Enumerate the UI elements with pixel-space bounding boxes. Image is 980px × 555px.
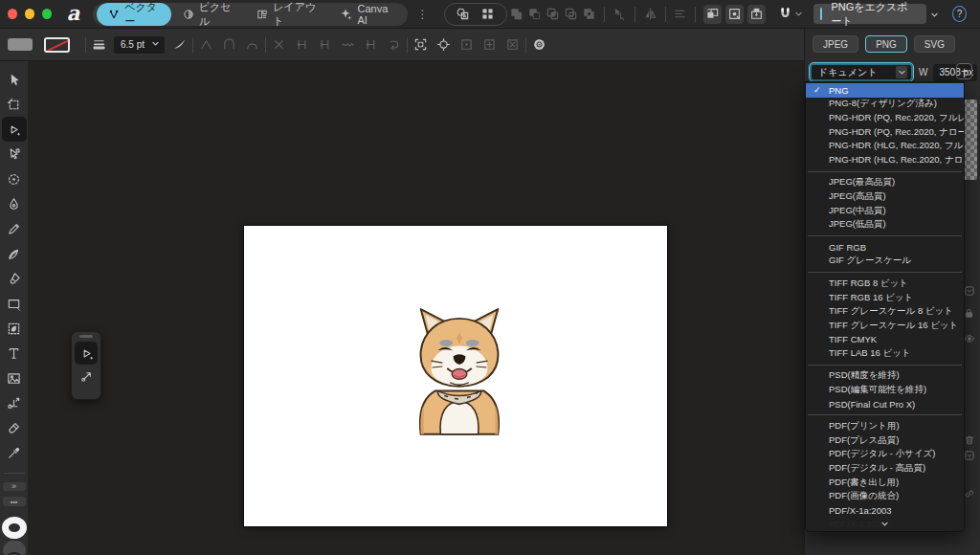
format-option[interactable]: JPEG(低品質) — [806, 217, 964, 232]
arrow-node-tool-floating[interactable] — [75, 365, 98, 388]
help-button[interactable]: ? — [952, 6, 967, 22]
format-option[interactable]: PDF(プレス品質) — [806, 433, 964, 448]
format-option[interactable]: GIF グレースケール — [806, 255, 964, 269]
palette-drag-handle[interactable] — [79, 335, 93, 338]
link-icon[interactable] — [964, 488, 975, 500]
flip-button[interactable] — [641, 5, 659, 24]
insert-inside-button[interactable] — [725, 5, 744, 24]
shiba-dog-illustration[interactable] — [403, 300, 516, 436]
format-option[interactable]: TIFF RGB 16 ビット — [806, 291, 964, 305]
break-curve-icon[interactable] — [272, 37, 286, 52]
join-curves-icon[interactable] — [318, 37, 332, 52]
format-option[interactable]: ✓PNG — [806, 83, 964, 98]
node-play-tool-floating[interactable] — [75, 342, 98, 365]
format-option[interactable]: JPEG(高品質) — [806, 189, 964, 204]
format-option[interactable]: PNG-HDR (HLG, Rec.2020, ナローレンジ) — [806, 153, 964, 167]
persona-tab-canva-ai[interactable]: Canva AI — [328, 3, 403, 26]
snapping-options-chevron[interactable] — [794, 5, 804, 24]
insert-on-top-button[interactable] — [747, 5, 766, 24]
color-picker-tool[interactable] — [2, 440, 27, 465]
settings-gear-icon[interactable] — [532, 37, 546, 52]
scroll-more-indicator[interactable] — [806, 518, 964, 530]
format-option[interactable]: JPEG(中品質) — [806, 204, 964, 218]
align-button[interactable] — [671, 5, 689, 24]
format-option[interactable]: PDF(書き出し用) — [806, 476, 964, 490]
format-option[interactable]: PDF(デジタル - 高品質) — [806, 461, 964, 476]
vector-brush-tool[interactable] — [2, 241, 27, 266]
format-option[interactable]: TIFF グレースケール 16 ビット — [806, 319, 964, 333]
format-option[interactable]: TIFF RGB 8 ビット — [806, 277, 964, 291]
smooth-corner-icon[interactable] — [222, 37, 236, 52]
collapse-section-icon[interactable] — [964, 450, 975, 461]
format-option[interactable]: PSD(精度を維持) — [806, 369, 964, 384]
node-play-tool[interactable] — [2, 117, 27, 142]
select-same-button[interactable] — [611, 5, 629, 24]
format-option[interactable]: GIF RGB — [806, 240, 964, 255]
collapse-section-icon[interactable] — [964, 285, 975, 297]
boolean-add-button[interactable] — [507, 5, 525, 24]
more-menu-icon[interactable]: ⋮ — [417, 10, 429, 19]
format-option[interactable]: PDF(プリント用) — [806, 419, 964, 433]
revert-curve-icon[interactable] — [387, 37, 401, 52]
format-option[interactable]: PDF(デジタル - 小サイズ) — [806, 448, 964, 462]
stroke-color-selector[interactable] — [2, 517, 27, 539]
cycle-origin-icon[interactable] — [459, 37, 474, 52]
transform-tool[interactable] — [2, 390, 27, 415]
stroke-color-swatch[interactable] — [44, 37, 70, 53]
fill-color-selector[interactable] — [3, 541, 26, 555]
insert-behind-button[interactable] — [703, 5, 722, 24]
close-curve-icon[interactable] — [295, 37, 309, 52]
export-options-chevron[interactable] — [930, 6, 939, 23]
floating-tool-palette[interactable] — [71, 331, 101, 400]
minimize-window-button[interactable] — [25, 9, 34, 19]
trash-icon[interactable] — [964, 434, 975, 446]
move-tool[interactable] — [2, 67, 27, 92]
boolean-divide-button[interactable] — [562, 5, 580, 24]
snapping-button[interactable] — [775, 5, 793, 24]
point-transform-tool[interactable] — [2, 166, 27, 191]
export-area-select[interactable]: ドキュメント — [810, 63, 913, 81]
shape-tool[interactable] — [2, 316, 27, 341]
persona-tab-layout[interactable]: レイアウト — [245, 3, 328, 26]
hide-selection-icon[interactable] — [505, 37, 520, 52]
boolean-subtract-button[interactable] — [525, 5, 544, 24]
persona-tab-pixel[interactable]: ピクセル — [171, 3, 246, 26]
format-option[interactable]: PDF/X-1a:2003 — [806, 503, 964, 518]
format-option[interactable]: PDF(画像の統合) — [806, 489, 964, 503]
format-option[interactable]: PNG-HDR (PQ, Rec.2020, ナローレンジ) — [806, 125, 964, 140]
format-option[interactable]: PNG-HDR (HLG, Rec.2020, フルレンジ) — [806, 139, 964, 153]
close-window-button[interactable] — [8, 9, 17, 19]
format-option[interactable]: PNG-HDR (PQ, Rec.2020, フルレンジ) — [806, 111, 964, 125]
sharp-corner-icon[interactable] — [199, 37, 213, 52]
format-tab-svg[interactable]: SVG — [914, 35, 955, 53]
export-button[interactable]: PNGをエクスポート — [813, 4, 926, 24]
fill-color-swatch[interactable] — [8, 38, 33, 51]
boolean-combine-button[interactable] — [580, 5, 598, 24]
rounded-corner-icon[interactable] — [245, 37, 259, 52]
more-tools-button[interactable]: ••• — [3, 497, 26, 506]
smooth-curve-icon[interactable] — [341, 37, 355, 52]
pencil-tool[interactable] — [2, 216, 27, 241]
format-option[interactable]: PSD(Final Cut Pro X) — [806, 397, 964, 411]
eraser-tool[interactable] — [2, 415, 27, 440]
eye-icon[interactable] — [964, 333, 975, 344]
show-alignment-icon[interactable] — [482, 37, 497, 52]
text-tool[interactable] — [2, 341, 27, 366]
zoom-window-button[interactable] — [42, 9, 52, 19]
format-tab-jpeg[interactable]: JPEG — [813, 35, 858, 53]
assets-grid-button[interactable] — [478, 5, 499, 24]
node-select-tool[interactable] — [2, 142, 27, 166]
image-place-tool[interactable] — [2, 366, 27, 390]
format-option[interactable]: PNG-8(ディザリング済み) — [806, 98, 964, 112]
stroke-width-field[interactable]: 6.5 pt — [114, 36, 165, 54]
format-option[interactable]: JPEG(最高品質) — [806, 176, 964, 190]
format-option[interactable]: PDF/X-4 — [806, 531, 964, 532]
persona-tab-vector[interactable]: ベクター — [97, 3, 170, 26]
stroke-style-icon[interactable] — [92, 37, 106, 52]
transform-origin-icon[interactable] — [436, 37, 451, 52]
paint-brush-tool[interactable] — [2, 266, 27, 291]
format-option[interactable]: TIFF グレースケール 8 ビット — [806, 304, 964, 319]
pressure-profile-icon[interactable] — [172, 37, 187, 52]
format-option[interactable]: TIFF CMYK — [806, 333, 964, 347]
artboard[interactable] — [244, 226, 667, 526]
